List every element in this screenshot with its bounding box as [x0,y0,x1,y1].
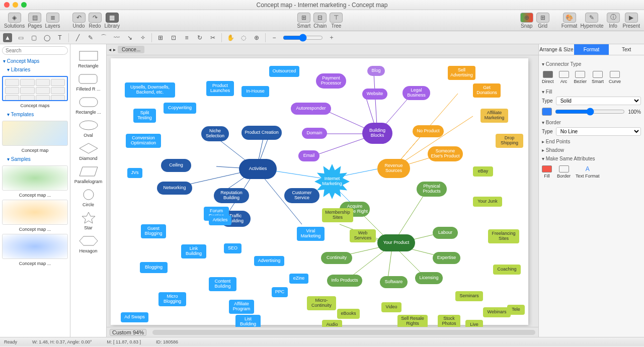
node-networking[interactable]: Networking [157,182,192,195]
group-tool-icon[interactable]: ⊡ [169,33,178,42]
node-seo[interactable]: SEO [224,243,242,253]
samples-section[interactable]: ▾ Samples [0,155,70,163]
opacity-slider[interactable] [555,107,625,117]
node-internet-marketing[interactable]: Internet Marketing [314,164,350,199]
node-blogging[interactable]: Blogging [140,262,168,273]
node-ebay[interactable]: eBay [473,166,493,177]
node-labour[interactable]: Labour [433,227,458,239]
hypernote-button[interactable]: ✎Hypernote [580,13,603,29]
node-micro-continuity[interactable]: Micro-Continuity [307,296,336,310]
node-product-launches[interactable]: Product Launches [206,81,234,96]
align-tool-icon[interactable]: ⊞ [156,33,165,42]
smart-button[interactable]: ⊞Smart [297,13,311,29]
connector-direct[interactable]: Direct [542,71,554,84]
node-get-donations[interactable]: Get Donations [473,83,501,98]
node-upsells[interactable]: Upsells, Downsells, Backend, etc. [125,82,175,98]
node-licensing[interactable]: Licensing [415,272,443,284]
layers-button[interactable]: ≣Layers [45,13,60,29]
node-ezine[interactable]: eZine [289,274,308,284]
node-revenue-sources[interactable]: Revenue Sources [377,159,410,178]
node-video[interactable]: Video [381,302,401,312]
node-no-product[interactable]: No Product [413,125,444,137]
fill-color-swatch[interactable] [542,108,552,116]
nav-back-icon[interactable]: ◂ [109,47,111,52]
node-ceiling[interactable]: Ceiling [161,159,191,172]
concept-maps-section[interactable]: ▾ Concept Maps [0,57,70,65]
node-your-product[interactable]: Your Product [377,234,415,251]
ellipse-tool-icon[interactable]: ◯ [42,33,51,42]
node-legal-business[interactable]: Legal Business [403,86,430,100]
zoom-out-icon[interactable]: − [270,33,279,42]
callout-tool-icon[interactable]: ✧ [138,33,147,42]
node-domain[interactable]: Domain [302,128,327,139]
shape-star[interactable]: Star [77,211,100,230]
tree-button[interactable]: ⊤Tree [330,13,343,29]
node-building-blocks[interactable]: Building Blocks [362,123,392,144]
pointer-tool-icon[interactable]: ▲ [3,33,12,42]
node-product-creation[interactable]: Product Creation [242,126,282,140]
redo-button[interactable]: ↷Redo [89,13,102,29]
roundrect-tool-icon[interactable]: ▢ [29,33,38,42]
node-someone-elses[interactable]: Someone Else's Product [428,146,463,161]
fill-type-select[interactable]: Solid [556,97,641,105]
connector-bezier[interactable]: Bezier [574,71,587,84]
node-content-building[interactable]: Content Building [209,277,236,291]
node-expertise[interactable]: Expertise [433,252,460,264]
node-autoresponder[interactable]: Autoresponder [291,103,331,115]
node-email[interactable]: Email [298,150,319,161]
node-stock-photos[interactable]: Stock Photos [438,315,460,327]
node-jvs[interactable]: JVs [127,168,142,178]
distribute-tool-icon[interactable]: ≡ [182,33,191,42]
node-audio[interactable]: Audio [322,320,342,327]
shape-rect2[interactable]: Rectangle ... [75,96,101,115]
node-ad-swaps[interactable]: Ad Swaps [121,312,148,322]
crop-tool-icon[interactable]: ✂ [208,33,217,42]
node-seminars[interactable]: Seminars [455,291,483,301]
node-continuity[interactable]: Continuity [321,252,352,264]
nav-fwd-icon[interactable]: ▸ [113,47,116,52]
shape-rectangle[interactable]: Rectangle [77,49,100,68]
arc-tool-icon[interactable]: ⌒ [99,33,108,42]
node-ppc[interactable]: PPC [272,287,288,297]
node-niche-selection[interactable]: Niche Selection [201,126,229,141]
pages-button[interactable]: ▤Pages [28,13,42,29]
node-affiliate-marketing[interactable]: Affiliate Marketing [480,109,508,123]
node-conversion-opt[interactable]: Conversion Optimization [126,134,161,148]
horizontal-scrollbar[interactable] [152,330,535,335]
border-type-select[interactable]: No Line [556,127,641,136]
snap-button[interactable]: ⊕Snap [520,13,533,29]
node-sell-resale[interactable]: Sell Resale Rights [397,315,428,327]
search-input[interactable] [2,46,68,55]
pen-tool-icon[interactable]: ✎ [86,33,95,42]
node-tele[interactable]: Tele [507,305,525,315]
node-split-testing[interactable]: Split Testing [133,109,156,123]
node-physical-products[interactable]: Physical Products [417,182,447,197]
node-micro-blogging[interactable]: Micro Blogging [158,292,186,306]
zoom-display[interactable]: Custom 94% [110,329,146,336]
node-affiliate-program[interactable]: Affiliate Program [229,300,254,314]
text-tool-icon[interactable]: T [55,33,64,42]
undo-button[interactable]: ↶Undo [72,13,86,29]
rect-tool-icon[interactable]: ▭ [16,33,25,42]
node-sell-advertising[interactable]: Sell Advertising [448,66,475,80]
curve-tool-icon[interactable]: 〰 [112,33,121,42]
makesame-fill[interactable]: Fill [542,165,552,179]
node-web-services[interactable]: Web Services [350,229,376,242]
templates-section[interactable]: ▾ Templates [0,110,70,119]
tab-arrange[interactable]: Arrange & Size [539,44,574,55]
node-reputation[interactable]: Reputation Building [214,188,249,203]
shadow-header[interactable]: ▸ Shadow [542,147,641,153]
zoom-in-icon[interactable]: ＋ [327,33,336,42]
format-button[interactable]: 🎨Format [561,13,578,29]
node-freelancing[interactable]: Freelancing Sites [488,229,519,243]
connector-curve[interactable]: Curve [609,71,621,84]
shape-filleted[interactable]: Filleted R ... [76,72,100,92]
node-guest-blogging[interactable]: Guest Blogging [141,224,166,238]
connector-arc[interactable]: Arc [559,71,569,84]
concept-maps-library-thumb[interactable] [2,76,68,101]
node-customer-service[interactable]: Customer Service [284,188,319,203]
tab-format[interactable]: Format [574,44,609,55]
node-articles[interactable]: Articles [209,215,231,225]
grid-button[interactable]: ⊞Grid [536,13,549,29]
makesame-text[interactable]: AText Format [576,165,600,179]
